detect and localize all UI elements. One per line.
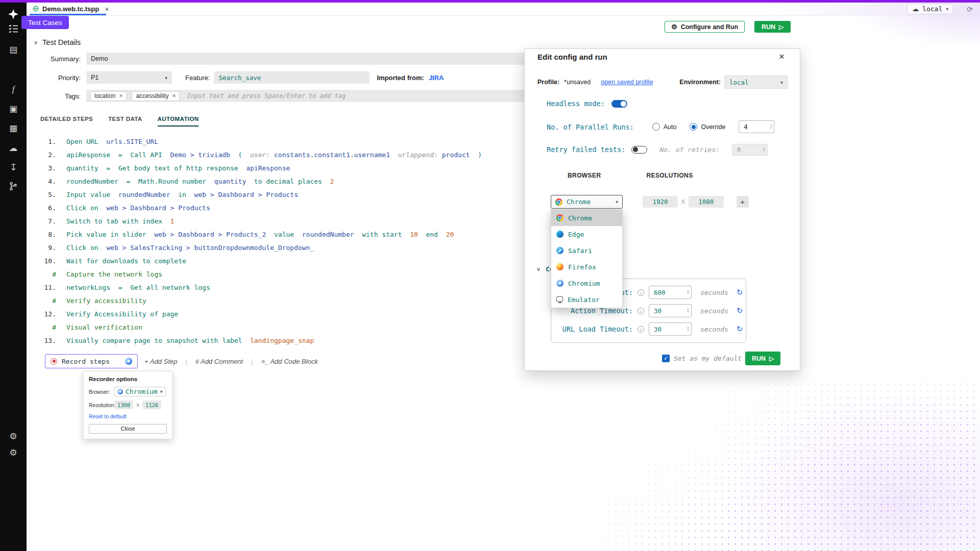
add-resolution-button[interactable]: + — [737, 196, 749, 208]
step-number: 10. — [34, 257, 66, 265]
browser-select[interactable]: Chrome ▾ — [551, 195, 623, 209]
tag-chip[interactable]: location× — [90, 91, 127, 101]
spinner-icons[interactable]: ▴▾ — [770, 124, 772, 130]
tab-detailed-steps[interactable]: DETAILED STEPS — [40, 116, 93, 127]
panel-run-button[interactable]: RUN ▷ — [745, 352, 780, 365]
step-row[interactable]: 8.Pick value in slider web > Dashboard >… — [34, 228, 482, 241]
step-row[interactable]: 5.Input value roundedNumber in web > Das… — [34, 188, 482, 201]
step-row[interactable]: 13.Visually compare page to snapshot wit… — [34, 334, 482, 347]
reset-icon[interactable]: ↻ — [737, 306, 743, 315]
step-row[interactable]: 7.Switch to tab with index 1 — [34, 214, 482, 228]
summary-input[interactable]: Demo — [86, 53, 572, 65]
reset-icon[interactable]: ↻ — [737, 324, 743, 334]
settings2-icon[interactable]: ⚙ — [0, 447, 27, 459]
override-radio[interactable] — [690, 123, 697, 131]
reset-icon[interactable]: ↻ — [737, 288, 743, 297]
step-row[interactable]: 1.Open URL urls.SITE_URL — [34, 135, 482, 148]
test-cases-label[interactable]: Test Cases — [21, 16, 69, 29]
headless-toggle[interactable] — [611, 100, 627, 108]
auto-label: Auto — [664, 123, 677, 131]
environment-select[interactable]: local ▾ — [724, 76, 788, 89]
info-icon[interactable] — [638, 289, 644, 296]
spinner-icons[interactable]: ▴▾ — [687, 327, 689, 332]
function-icon[interactable]: f — [0, 84, 27, 95]
branch-icon[interactable] — [0, 182, 27, 194]
resolution-height-input[interactable]: 1080 — [689, 196, 724, 208]
timeout-input[interactable]: 30▴▾ — [649, 322, 692, 336]
priority-select[interactable]: P1 ▾ — [86, 71, 172, 84]
step-row[interactable]: 4.roundedNumber = Math.Round number quan… — [34, 174, 482, 188]
priority-row: Priority: P1 ▾ Feature: Search_save Impo… — [28, 71, 444, 84]
comment-row[interactable]: #Verify accessibility — [34, 294, 482, 307]
step-row[interactable]: 11.networkLogs = Get all network logs — [34, 281, 482, 294]
comment-row[interactable]: #Capture the network logs — [34, 267, 482, 281]
recorder-width-input[interactable]: 1300 — [114, 400, 133, 409]
left-sidebar: ▤f▣▦☁↧⚙⚙ — [0, 3, 27, 551]
tag-remove-icon[interactable]: × — [119, 92, 122, 99]
browser-option-emulator[interactable]: Emulator — [551, 291, 622, 308]
browser-selected-value: Chrome — [567, 198, 611, 206]
tags-field[interactable]: location×accessibility×Input text and pr… — [86, 90, 572, 102]
step-row[interactable]: 3.quantity = Get body text of http respo… — [34, 161, 482, 174]
jira-link[interactable]: JIRA — [429, 74, 444, 82]
recorder-close-button[interactable]: Close — [89, 424, 167, 434]
browser-option-chrome[interactable]: Chrome — [551, 210, 622, 226]
parallel-count-value: 4 — [744, 123, 748, 131]
resolution-width-input[interactable]: 1920 — [643, 196, 678, 208]
comment-row[interactable]: #Visual verification — [34, 320, 482, 334]
recorder-height-input[interactable]: 1126 — [142, 400, 161, 409]
step-row[interactable]: 10.Wait for downloads to complete — [34, 254, 482, 267]
add-code-block-button[interactable]: >_ Add Code Block — [261, 358, 317, 365]
record-steps-label: Record steps — [62, 358, 120, 365]
set-default-checkbox[interactable] — [662, 355, 670, 362]
import-icon[interactable]: ↧ — [0, 162, 27, 173]
file-globe-icon — [33, 5, 39, 14]
environment-selector[interactable]: ☁ local ▾ — [907, 4, 953, 14]
panel-close-icon[interactable]: × — [779, 51, 785, 62]
step-row[interactable]: 9.Click on web > SalesTracking > buttonD… — [34, 241, 482, 254]
tab-test-data[interactable]: TEST DATA — [108, 116, 142, 127]
run-button[interactable]: RUN ▷ — [754, 21, 791, 33]
tag-remove-icon[interactable]: × — [172, 92, 176, 99]
auto-radio[interactable] — [652, 123, 660, 131]
retry-toggle[interactable] — [631, 146, 647, 154]
browser-option-safari[interactable]: Safari — [551, 242, 622, 259]
configure-and-run-button[interactable]: ⚙ Configure and Run — [665, 21, 745, 33]
step-number: 12. — [34, 310, 66, 318]
step-row[interactable]: 2.apiResponse = Call API Demo > triviadb… — [34, 148, 482, 161]
tab-close-icon[interactable]: × — [105, 5, 109, 13]
record-steps-button[interactable]: Record steps — [45, 354, 138, 368]
step-row[interactable]: 12.Verify Accessibility of page — [34, 307, 482, 320]
add-comment-button[interactable]: # Add Comment — [195, 358, 243, 365]
card-icon[interactable]: ▣ — [0, 104, 27, 115]
add-step-button[interactable]: + Add Step — [144, 358, 177, 365]
spinner-icons[interactable]: ▴▾ — [687, 290, 689, 295]
tab-automation[interactable]: AUTOMATION — [158, 116, 199, 127]
step-number: 8. — [34, 231, 66, 238]
feature-input[interactable]: Search_save — [214, 71, 370, 84]
open-saved-profile-link[interactable]: open saved profile — [601, 79, 653, 86]
spinner-icons[interactable]: ▴▾ — [687, 308, 689, 314]
recorder-resolution-label: Resolution: — [89, 402, 114, 408]
browser-option-chromium[interactable]: Chromium — [551, 275, 622, 291]
browser-option-firefox[interactable]: Firefox — [551, 259, 622, 275]
browser-option-edge[interactable]: Edge — [551, 226, 622, 242]
recorder-browser-select[interactable]: Chromium ▾ — [114, 387, 166, 396]
server-icon[interactable]: ▤ — [0, 44, 27, 56]
settings-icon[interactable]: ⚙ — [0, 431, 27, 442]
info-icon[interactable] — [638, 308, 644, 314]
reset-to-default-link[interactable]: Reset to default — [89, 413, 167, 419]
timeout-input[interactable]: 600▴▾ — [649, 286, 692, 299]
cloud-icon[interactable]: ☁ — [0, 143, 27, 154]
step-row[interactable]: 6.Click on web > Dashboard > Products — [34, 201, 482, 214]
sync-icon[interactable]: ⟳ — [967, 5, 973, 13]
summary-value: Demo — [91, 55, 108, 62]
grid-icon[interactable]: ▦ — [0, 123, 27, 134]
test-details-header[interactable]: ∨ Test Details — [34, 38, 81, 46]
tag-chip[interactable]: accessibility× — [132, 91, 180, 101]
step-number: 13. — [34, 337, 66, 344]
parallel-count-input[interactable]: 4 ▴▾ — [739, 120, 774, 133]
play-icon: ▷ — [779, 23, 783, 31]
info-icon[interactable] — [638, 326, 644, 333]
timeout-input[interactable]: 30▴▾ — [649, 304, 692, 317]
